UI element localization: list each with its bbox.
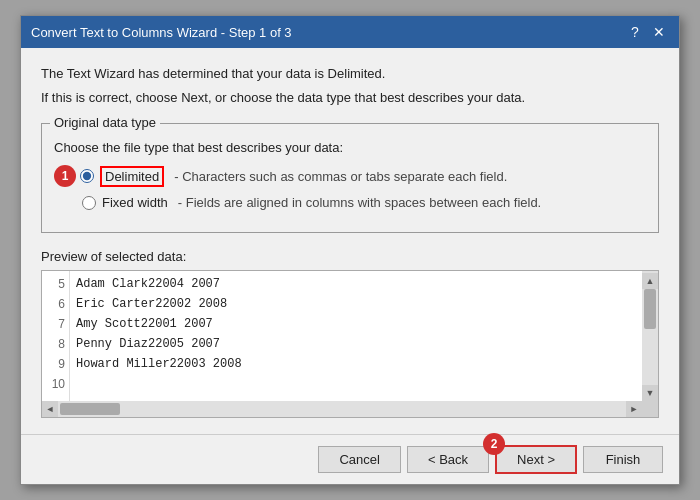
main-dialog: Convert Text to Columns Wizard - Step 1 … <box>20 15 680 485</box>
preview-data-line-6 <box>76 375 636 395</box>
title-bar-buttons: ? ✕ <box>625 22 669 42</box>
preview-data-line-2: Eric Carter22002 2008 <box>76 295 636 315</box>
scroll-up-button[interactable]: ▲ <box>642 273 658 289</box>
delimited-row: 1 Delimited - Characters such as commas … <box>54 165 646 187</box>
fixed-width-label[interactable]: Fixed width <box>102 195 168 210</box>
bottom-bar: Cancel < Back 2 Next > Finish <box>21 434 679 484</box>
delimited-description: - Characters such as commas or tabs sepa… <box>174 169 507 184</box>
preview-section: Preview of selected data: 5 6 7 8 9 10 <box>41 249 659 418</box>
line-num-5: 5 <box>42 275 69 295</box>
dialog-body: The Text Wizard has determined that your… <box>21 48 679 434</box>
finish-button[interactable]: Finish <box>583 446 663 473</box>
preview-data-line-5: Howard Miller22003 2008 <box>76 355 636 375</box>
line-num-9: 9 <box>42 355 69 375</box>
description-line2: If this is correct, choose Next, or choo… <box>41 88 659 108</box>
choose-file-type-label: Choose the file type that best describes… <box>54 140 646 155</box>
help-button[interactable]: ? <box>625 22 645 42</box>
dialog-title: Convert Text to Columns Wizard - Step 1 … <box>31 25 292 40</box>
back-button[interactable]: < Back <box>407 446 489 473</box>
preview-line-numbers: 5 6 7 8 9 10 <box>42 271 70 401</box>
line-num-8: 8 <box>42 335 69 355</box>
line-num-7: 7 <box>42 315 69 335</box>
step1-indicator: 1 <box>54 165 76 187</box>
preview-label: Preview of selected data: <box>41 249 659 264</box>
preview-data-line-3: Amy Scott22001 2007 <box>76 315 636 335</box>
group-content: Choose the file type that best describes… <box>54 140 646 210</box>
next-button-wrapper: 2 Next > <box>495 445 577 474</box>
delimited-label[interactable]: Delimited <box>100 166 164 187</box>
next-button[interactable]: Next > <box>495 445 577 474</box>
scroll-down-button[interactable]: ▼ <box>642 385 658 401</box>
step2-indicator: 2 <box>483 433 505 455</box>
close-button[interactable]: ✕ <box>649 22 669 42</box>
preview-box: 5 6 7 8 9 10 Adam Clark22004 2007 Eric C… <box>41 270 659 418</box>
original-data-type-group: Original data type Choose the file type … <box>41 123 659 233</box>
h-scroll-area[interactable] <box>58 401 626 417</box>
scroll-left-button[interactable]: ◄ <box>42 401 58 417</box>
fixed-width-radio[interactable] <box>82 196 96 210</box>
preview-data-line-1: Adam Clark22004 2007 <box>76 275 636 295</box>
horizontal-scrollbar[interactable]: ◄ ► <box>42 401 658 417</box>
fixed-width-option: Fixed width - Fields are aligned in colu… <box>82 195 646 210</box>
scroll-corner <box>642 401 658 417</box>
line-num-10: 10 <box>42 375 69 395</box>
delimited-option: Delimited - Characters such as commas or… <box>80 166 507 187</box>
horizontal-scrollbar-thumb[interactable] <box>60 403 120 415</box>
preview-scroll-wrapper: 5 6 7 8 9 10 Adam Clark22004 2007 Eric C… <box>42 271 658 417</box>
preview-content: Adam Clark22004 2007 Eric Carter22002 20… <box>70 271 642 401</box>
fixed-width-description: - Fields are aligned in columns with spa… <box>178 195 541 210</box>
group-box-title: Original data type <box>50 115 160 130</box>
title-bar: Convert Text to Columns Wizard - Step 1 … <box>21 16 679 48</box>
description-line1: The Text Wizard has determined that your… <box>41 64 659 84</box>
line-num-6: 6 <box>42 295 69 315</box>
cancel-button[interactable]: Cancel <box>318 446 400 473</box>
preview-data-line-4: Penny Diaz22005 2007 <box>76 335 636 355</box>
delimited-radio[interactable] <box>80 169 94 183</box>
vertical-scrollbar[interactable]: ▲ ▼ <box>642 271 658 401</box>
preview-main: 5 6 7 8 9 10 Adam Clark22004 2007 Eric C… <box>42 271 658 401</box>
scroll-right-button[interactable]: ► <box>626 401 642 417</box>
vertical-scrollbar-thumb[interactable] <box>644 289 656 329</box>
